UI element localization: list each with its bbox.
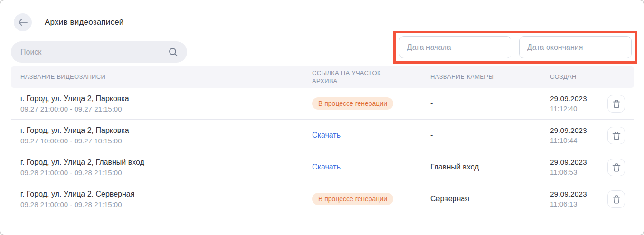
created-date: 29.09.2023 xyxy=(550,190,607,198)
created-time: 11:06:13 xyxy=(550,200,607,208)
delete-button[interactable] xyxy=(607,190,625,208)
trash-icon xyxy=(612,99,621,108)
trash-icon xyxy=(612,131,621,140)
delete-button[interactable] xyxy=(607,127,625,144)
recording-period: 09.28 21:00:00 - 09.28 21:15:00 xyxy=(20,200,312,208)
table-body: г. Город, ул. Улица 2, Парковка 09.27 21… xyxy=(11,88,634,215)
recording-period: 09.27 10:00:00 - 09.27 10:15:00 xyxy=(20,137,312,145)
end-date-input[interactable] xyxy=(519,36,632,58)
search-box xyxy=(11,41,187,63)
archive-page: Архив видеозаписей Название видеозаписи … xyxy=(0,0,644,235)
camera-name: - xyxy=(430,99,550,108)
created-time: 11:10:44 xyxy=(550,136,607,144)
created-date: 29.09.2023 xyxy=(550,94,607,103)
created-time: 11:12:40 xyxy=(550,104,607,113)
table-row: г. Город, ул. Улица 2, Парковка 09.27 21… xyxy=(11,88,634,120)
created-time: 11:06:53 xyxy=(550,168,607,176)
col-header-camera: Название камеры xyxy=(430,73,550,81)
created-date: 29.09.2023 xyxy=(550,158,607,167)
date-filters-highlight xyxy=(393,31,637,64)
recording-name: г. Город, ул. Улица 2, Серверная xyxy=(20,190,312,198)
search-icon xyxy=(168,47,179,57)
start-date-input[interactable] xyxy=(399,36,511,58)
col-header-created: Создан xyxy=(550,73,607,81)
col-header-archive-link: Ссылка на участок архива xyxy=(312,69,398,85)
download-link[interactable]: Скачать xyxy=(312,131,341,140)
recording-period: 09.28 21:00:00 - 09.28 21:15:00 xyxy=(20,169,312,177)
generation-status-badge: В процессе генерации xyxy=(312,193,393,205)
download-link[interactable]: Скачать xyxy=(312,163,341,171)
trash-icon xyxy=(612,163,621,172)
search-input[interactable] xyxy=(20,48,168,56)
page-header: Архив видеозаписей xyxy=(0,0,644,31)
toolbar xyxy=(0,31,644,64)
recordings-table: Название видеозаписи Ссылка на участок а… xyxy=(11,66,634,215)
camera-name: Серверная xyxy=(430,195,550,203)
table-row: г. Город, ул. Улица 2, Серверная 09.28 2… xyxy=(11,183,634,215)
table-row: г. Город, ул. Улица 2, Парковка 09.27 10… xyxy=(11,120,634,151)
delete-button[interactable] xyxy=(607,95,625,113)
back-button[interactable] xyxy=(14,13,32,31)
trash-icon xyxy=(612,195,621,204)
camera-name: - xyxy=(430,131,550,140)
recording-name: г. Город, ул. Улица 2, Парковка xyxy=(20,94,312,103)
created-date: 29.09.2023 xyxy=(550,126,607,135)
delete-button[interactable] xyxy=(607,159,625,176)
page-title: Архив видеозаписей xyxy=(45,18,124,27)
col-header-name: Название видеозаписи xyxy=(20,73,312,81)
recording-name: г. Город, ул. Улица 2, Главный вход xyxy=(20,158,312,167)
camera-name: Главный вход xyxy=(430,163,550,171)
recording-period: 09.27 21:00:00 - 09.27 21:15:00 xyxy=(20,105,312,113)
recording-name: г. Город, ул. Улица 2, Парковка xyxy=(20,126,312,135)
generation-status-badge: В процессе генерации xyxy=(312,97,393,110)
table-header: Название видеозаписи Ссылка на участок а… xyxy=(11,66,634,88)
arrow-left-icon xyxy=(18,19,28,26)
table-row: г. Город, ул. Улица 2, Главный вход 09.2… xyxy=(11,151,634,183)
